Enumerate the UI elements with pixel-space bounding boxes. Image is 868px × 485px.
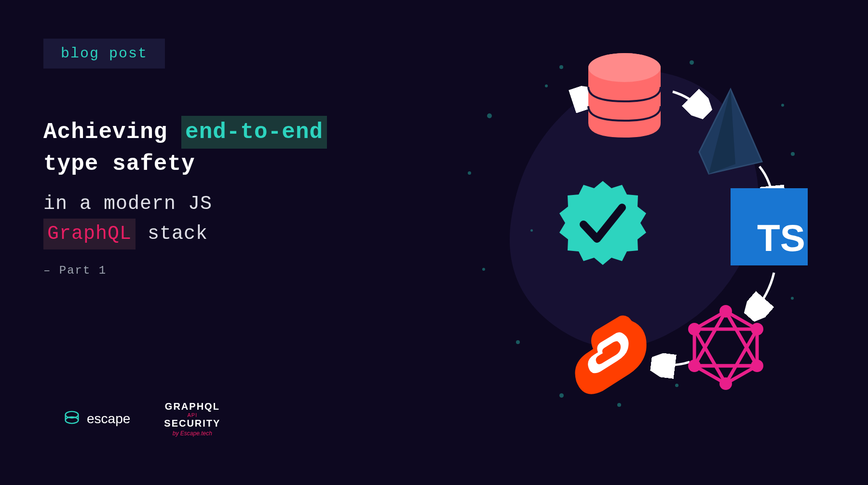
svg-text:TS: TS	[757, 217, 805, 259]
gs-security-text: SECURITY	[164, 418, 220, 429]
svg-point-3	[588, 53, 661, 82]
graphql-security-logo: GRAPHQL API SECURITY by Escape.tech	[164, 401, 220, 437]
headline-line2: type safety	[43, 152, 195, 177]
gs-api-text: API	[187, 412, 197, 418]
escape-icon	[63, 408, 81, 430]
headline-bold-text: Achieving end-to-end type safety	[43, 116, 327, 180]
escape-brand-name: escape	[87, 411, 130, 427]
headline-subtitle: in a modern JS GraphQL stack	[43, 190, 327, 249]
brand-logos: escape GRAPHQL API SECURITY by Escape.te…	[63, 401, 220, 437]
subtitle-highlight-pink: GraphQL	[43, 219, 136, 249]
svg-point-7	[751, 323, 763, 335]
headline-highlight-teal: end-to-end	[181, 116, 327, 149]
tech-cycle-illustration: TS	[444, 27, 839, 422]
blog-post-badge: blog post	[43, 39, 165, 69]
subtitle-line1: in a modern JS	[43, 193, 212, 215]
svg-point-6	[719, 305, 732, 318]
headline-prefix: Achieving	[43, 120, 181, 145]
svelte-icon	[569, 311, 651, 410]
graphql-icon	[687, 304, 764, 393]
svg-point-8	[751, 360, 763, 372]
escape-logo: escape	[63, 408, 130, 430]
part-label: – Part 1	[43, 264, 327, 277]
headline-block: Achieving end-to-end type safety in a mo…	[43, 116, 327, 277]
gs-graphql-text: GRAPHQL	[165, 401, 220, 412]
check-badge-icon	[555, 176, 651, 275]
svg-point-11	[688, 323, 701, 335]
prisma-icon	[694, 84, 767, 179]
svg-point-9	[719, 377, 732, 390]
database-icon	[583, 51, 665, 145]
svg-point-10	[688, 360, 701, 372]
typescript-icon: TS	[728, 186, 810, 270]
subtitle-suffix: stack	[136, 223, 208, 245]
gs-by-text: by Escape.tech	[173, 430, 212, 437]
